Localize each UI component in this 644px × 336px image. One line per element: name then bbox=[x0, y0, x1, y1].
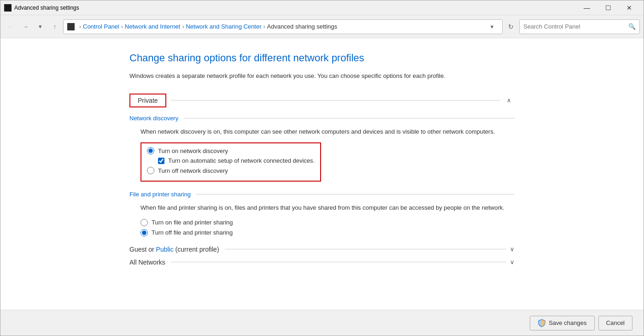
private-divider bbox=[171, 100, 500, 100]
file-printer-subsection: File and printer sharing When file and p… bbox=[129, 191, 515, 236]
network-discovery-title: Network discovery bbox=[129, 115, 178, 122]
file-printer-desc: When file and printer sharing is on, fil… bbox=[129, 203, 515, 212]
auto-setup-option[interactable]: Turn on automatic setup of network conne… bbox=[147, 157, 315, 164]
network-discovery-options: Turn on network discovery Turn on automa… bbox=[129, 142, 515, 182]
auto-setup-checkbox[interactable] bbox=[158, 158, 164, 164]
window-title: Advanced sharing settings bbox=[14, 5, 576, 11]
title-bar: Advanced sharing settings — ☐ ✕ bbox=[0, 0, 644, 15]
turn-on-sharing-label: Turn on file and printer sharing bbox=[152, 219, 233, 226]
title-bar-controls: — ☐ ✕ bbox=[576, 0, 640, 15]
all-networks-divider bbox=[171, 262, 506, 262]
turn-off-sharing-label: Turn off file and printer sharing bbox=[152, 229, 233, 236]
content-area: Change sharing options for different net… bbox=[0, 38, 644, 310]
main-window: Advanced sharing settings — ☐ ✕ ← → ▾ ↑ … bbox=[0, 0, 644, 336]
breadcrumb-icon bbox=[67, 23, 75, 30]
network-discovery-header: Network discovery bbox=[129, 115, 515, 122]
turn-on-sharing-radio[interactable] bbox=[141, 219, 148, 226]
private-label-box[interactable]: Private bbox=[129, 94, 166, 107]
file-printer-header: File and printer sharing bbox=[129, 191, 515, 198]
close-button[interactable]: ✕ bbox=[619, 0, 640, 15]
app-icon bbox=[4, 4, 12, 12]
search-input[interactable] bbox=[523, 23, 628, 30]
network-discovery-divider bbox=[184, 118, 515, 118]
turn-on-discovery-option[interactable]: Turn on network discovery bbox=[147, 147, 315, 154]
guest-public-chevron-icon[interactable]: ∨ bbox=[510, 246, 515, 253]
file-printer-options: Turn on file and printer sharing Turn of… bbox=[129, 219, 515, 236]
address-bar: ← → ▾ ↑ › Control Panel › Network and In… bbox=[0, 15, 644, 38]
turn-off-sharing-radio[interactable] bbox=[141, 229, 148, 236]
private-section-header[interactable]: Private ∧ bbox=[129, 94, 515, 107]
all-networks-chevron-icon[interactable]: ∨ bbox=[510, 259, 515, 265]
page-title: Change sharing options for different net… bbox=[129, 52, 515, 64]
auto-setup-label: Turn on automatic setup of network conne… bbox=[168, 157, 315, 164]
breadcrumb-network-sharing-center[interactable]: Network and Sharing Center bbox=[186, 23, 261, 30]
turn-off-discovery-option[interactable]: Turn off network discovery bbox=[147, 167, 315, 174]
refresh-button[interactable]: ↻ bbox=[504, 20, 517, 33]
cancel-button[interactable]: Cancel bbox=[598, 316, 632, 330]
turn-on-sharing-option[interactable]: Turn on file and printer sharing bbox=[141, 219, 515, 226]
search-box[interactable]: 🔍 bbox=[519, 19, 640, 34]
network-discovery-subsection: Network discovery When network discovery… bbox=[129, 115, 515, 182]
save-label: Save changes bbox=[549, 319, 586, 326]
turn-on-discovery-label: Turn on network discovery bbox=[158, 147, 228, 154]
all-networks-section[interactable]: All Networks ∨ bbox=[129, 259, 515, 266]
recent-pages-button[interactable]: ▾ bbox=[34, 20, 47, 33]
guest-public-section[interactable]: Guest or Public (current profile) ∨ bbox=[129, 246, 515, 253]
private-section-title: Private bbox=[138, 97, 158, 104]
minimize-button[interactable]: — bbox=[576, 0, 597, 15]
forward-button[interactable]: → bbox=[19, 20, 32, 33]
file-printer-title: File and printer sharing bbox=[129, 191, 191, 198]
guest-public-title: Guest or Public (current profile) bbox=[129, 246, 219, 253]
turn-off-discovery-label: Turn off network discovery bbox=[158, 167, 228, 174]
up-button[interactable]: ↑ bbox=[48, 20, 61, 33]
turn-off-sharing-option[interactable]: Turn off file and printer sharing bbox=[141, 229, 515, 236]
maximize-button[interactable]: ☐ bbox=[597, 0, 619, 15]
turn-off-discovery-radio[interactable] bbox=[147, 167, 154, 174]
back-button[interactable]: ← bbox=[4, 20, 17, 33]
address-chevron-button[interactable]: ▼ bbox=[486, 19, 498, 34]
guest-public-label: Guest or Public (current profile) bbox=[129, 246, 219, 253]
breadcrumb-current: Advanced sharing settings bbox=[267, 23, 337, 30]
page-subtitle: Windows creates a separate network profi… bbox=[129, 71, 515, 81]
save-button[interactable]: Save changes bbox=[530, 316, 594, 330]
search-icon: 🔍 bbox=[628, 23, 636, 30]
address-field[interactable]: › Control Panel › Network and Internet ›… bbox=[63, 19, 503, 34]
footer: Save changes Cancel bbox=[0, 310, 644, 336]
turn-on-discovery-radio[interactable] bbox=[147, 147, 154, 154]
breadcrumb-network-internet[interactable]: Network and Internet bbox=[125, 23, 181, 30]
network-discovery-desc: When network discovery is on, this compu… bbox=[129, 127, 515, 136]
private-chevron-icon[interactable]: ∧ bbox=[503, 97, 515, 104]
breadcrumb: › Control Panel › Network and Internet ›… bbox=[67, 23, 486, 30]
guest-public-divider bbox=[225, 249, 506, 249]
breadcrumb-control-panel[interactable]: Control Panel bbox=[83, 23, 119, 30]
all-networks-title: All Networks bbox=[129, 259, 165, 266]
network-discovery-options-box: Turn on network discovery Turn on automa… bbox=[141, 142, 321, 182]
shield-icon bbox=[538, 319, 546, 327]
file-printer-divider bbox=[196, 194, 515, 195]
